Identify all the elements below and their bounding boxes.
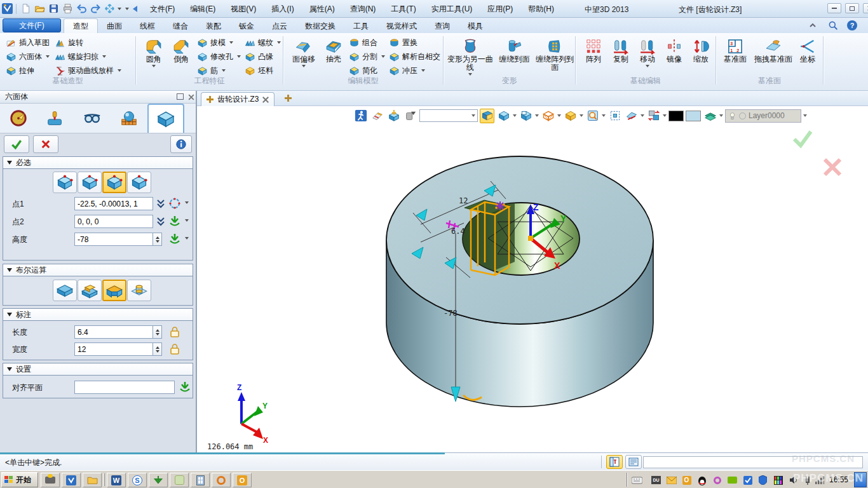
help-icon[interactable]: ? [847, 20, 857, 30]
tray-mail-icon[interactable] [666, 475, 677, 485]
width-input[interactable] [74, 342, 153, 356]
quicklaunch-camera-icon[interactable] [41, 473, 60, 487]
section-view-icon[interactable] [624, 109, 639, 123]
restore-button[interactable] [845, 3, 859, 13]
btn-shell[interactable]: 抽壳 [320, 34, 347, 78]
unfold-view-icon[interactable] [480, 109, 494, 123]
point1-option-dropdown[interactable] [185, 201, 189, 204]
info-button[interactable] [170, 135, 192, 153]
boolean-base[interactable] [53, 280, 77, 301]
toggle-panel-button[interactable] [606, 455, 623, 469]
btn-revolve[interactable]: 旋转 [53, 36, 123, 50]
btn-move[interactable]: 移动 [634, 34, 661, 67]
save-icon[interactable] [47, 3, 60, 15]
tab-shape[interactable]: 造型 [64, 18, 98, 33]
length-spinner[interactable] [153, 325, 162, 339]
tab-assembly[interactable]: 装配 [197, 19, 230, 34]
menu-utilities[interactable]: 实用工具(U) [424, 2, 480, 16]
gizmo-dropdown-arrow[interactable] [118, 8, 121, 10]
height-option-dropdown[interactable] [185, 237, 189, 240]
section-required-header[interactable]: 必选 [3, 156, 193, 169]
quicklaunch-download-icon[interactable] [149, 473, 168, 487]
wireframe-dropdown[interactable] [557, 114, 561, 117]
tab-tools[interactable]: 工具 [344, 19, 377, 34]
tray-led-icon[interactable] [773, 475, 783, 485]
lock-icon[interactable] [168, 325, 181, 338]
panel-tab-preview[interactable] [74, 104, 111, 133]
block-dropdown[interactable] [46, 55, 50, 58]
minimize-button[interactable] [827, 3, 841, 13]
menu-tools[interactable]: 工具(T) [383, 2, 423, 16]
btn-drag-datum[interactable]: 拖拽基准面 [752, 34, 795, 64]
menu-insert[interactable]: 插入(I) [264, 2, 301, 16]
shaded-display-icon[interactable] [496, 109, 511, 123]
ok-button[interactable] [4, 135, 29, 153]
tray-dring-icon[interactable] [712, 475, 722, 485]
panel-restore-icon[interactable] [177, 93, 184, 100]
exit-target-icon[interactable] [353, 109, 368, 123]
punch-dropdown[interactable] [421, 69, 425, 72]
panel-tab-shape[interactable] [147, 104, 184, 133]
wireframe-display-icon[interactable] [541, 109, 555, 123]
tab-heal[interactable]: 缝合 [164, 19, 197, 34]
btn-resolve-selfintersection[interactable]: 解析自相交 [387, 50, 442, 64]
doc-close-icon[interactable] [262, 97, 269, 103]
viewport-3d[interactable]: Layer0000 [197, 106, 868, 452]
new-file-icon[interactable] [19, 3, 32, 15]
btn-combine[interactable]: 组合 [347, 36, 387, 50]
tray-power-icon[interactable] [802, 475, 813, 485]
panel-tab-input[interactable] [37, 104, 74, 133]
print-icon[interactable] [61, 3, 74, 15]
insert-component-icon[interactable] [386, 109, 401, 123]
block-mode-center-height[interactable] [127, 172, 151, 193]
block-mode-corner-corner[interactable] [53, 172, 77, 193]
rib-dropdown[interactable] [222, 69, 226, 72]
menu-inquire[interactable]: 查询(N) [342, 2, 384, 16]
btn-fillet[interactable]: 圆角 [140, 34, 168, 78]
tab-pointcloud[interactable]: 点云 [263, 19, 296, 34]
btn-copy[interactable]: 复制 [607, 34, 634, 67]
tray-keyboard-icon[interactable] [632, 475, 642, 485]
btn-csys[interactable]: 坐标 [795, 34, 820, 64]
tray-signal-icon[interactable] [815, 475, 825, 485]
quicklaunch-notes-icon[interactable] [170, 473, 189, 487]
section-settings-header[interactable]: 设置 [3, 363, 193, 376]
quickbar-dropdown-arrow[interactable] [125, 8, 129, 10]
quicklaunch-browser-icon[interactable]: S [128, 473, 147, 487]
shaded-dropdown[interactable] [513, 114, 517, 117]
btn-datum-plane[interactable]: 基准面 [719, 34, 752, 64]
tray-volume-icon[interactable] [788, 475, 799, 485]
align-plane-input[interactable] [74, 381, 175, 394]
collapse-left-icon[interactable] [133, 6, 137, 12]
zoom-extents-icon[interactable] [607, 109, 622, 123]
layer-combo-dropdown[interactable] [803, 114, 807, 117]
section-view-dropdown[interactable] [641, 114, 644, 117]
erase-icon[interactable] [370, 109, 384, 123]
quicklaunch-zw3d-icon[interactable] [62, 473, 81, 487]
btn-modify-hole[interactable]: 修改孔 [195, 50, 243, 64]
tray-nvidia-icon[interactable] [727, 475, 738, 485]
tab-file-button[interactable]: 文件(F) [3, 18, 61, 32]
filter-combobox[interactable] [419, 109, 478, 122]
quicklaunch-dring-icon[interactable] [212, 473, 231, 487]
combo-dropdown-icon[interactable] [471, 114, 475, 117]
boolean-remove[interactable] [102, 280, 126, 301]
redo-icon[interactable] [89, 3, 102, 15]
move-dropdown[interactable] [646, 65, 649, 67]
divide-dropdown[interactable] [381, 55, 385, 58]
boolean-intersect[interactable] [127, 280, 151, 301]
tab-wireframe[interactable]: 线框 [131, 19, 164, 34]
tray-qq-icon[interactable] [696, 475, 707, 485]
display-mode-dropdown[interactable] [535, 114, 539, 117]
btn-scale[interactable]: 缩放 [688, 34, 714, 67]
document-tab[interactable]: 齿轮设计.Z3 [201, 92, 275, 106]
cancel-button[interactable] [33, 135, 58, 153]
menu-help[interactable]: 帮助(H) [520, 2, 562, 16]
undo-icon[interactable] [75, 3, 88, 15]
face-color-swatch[interactable] [686, 111, 701, 121]
start-button[interactable]: 开始 [1, 472, 38, 487]
menu-edit[interactable]: 编辑(E) [182, 2, 223, 16]
swap-display-dropdown[interactable] [663, 114, 667, 117]
block-mode-corner-height[interactable] [102, 172, 126, 193]
layer-manager-icon[interactable] [703, 109, 717, 123]
